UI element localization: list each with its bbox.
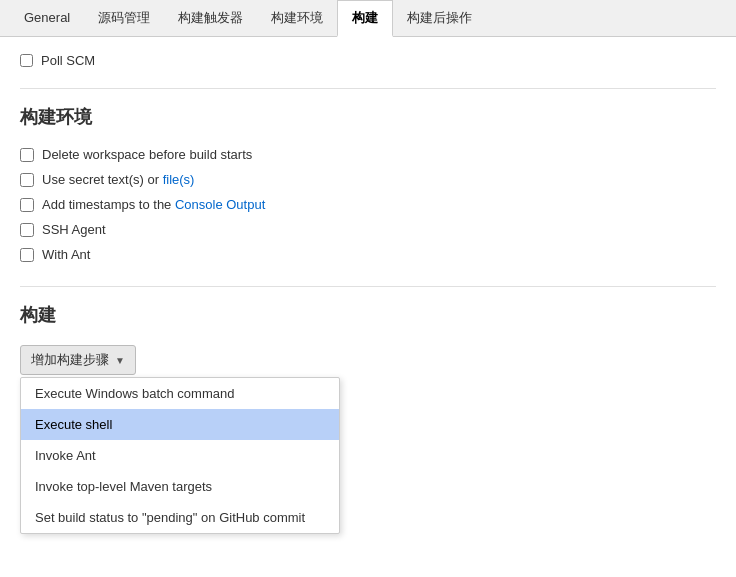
add-build-step-label: 增加构建步骤 bbox=[31, 351, 109, 369]
tabs-bar: General 源码管理 构建触发器 构建环境 构建 构建后操作 bbox=[0, 0, 736, 37]
page-content: Poll SCM 构建环境 Delete workspace before bu… bbox=[0, 37, 736, 577]
add-build-step-container: 增加构建步骤 ▼ Execute Windows batch command E… bbox=[20, 345, 136, 375]
chevron-down-icon: ▼ bbox=[115, 355, 125, 366]
timestamps-row: Add timestamps to the Console Output bbox=[20, 197, 716, 212]
ssh-agent-row: SSH Agent bbox=[20, 222, 716, 237]
add-build-step-button[interactable]: 增加构建步骤 ▼ bbox=[20, 345, 136, 375]
timestamps-label: Add timestamps to the Console Output bbox=[42, 197, 265, 212]
secret-text-row: Use secret text(s) or file(s) bbox=[20, 172, 716, 187]
poll-scm-row: Poll SCM bbox=[20, 53, 716, 68]
delete-workspace-label: Delete workspace before build starts bbox=[42, 147, 252, 162]
build-title: 构建 bbox=[20, 303, 716, 331]
delete-workspace-row: Delete workspace before build starts bbox=[20, 147, 716, 162]
tab-post-build[interactable]: 构建后操作 bbox=[393, 1, 486, 37]
build-env-title: 构建环境 bbox=[20, 105, 716, 133]
with-ant-label: With Ant bbox=[42, 247, 90, 262]
poll-scm-checkbox[interactable] bbox=[20, 54, 33, 67]
console-output-link[interactable]: Console Output bbox=[175, 197, 265, 212]
file-link[interactable]: file(s) bbox=[163, 172, 195, 187]
delete-workspace-checkbox[interactable] bbox=[20, 148, 34, 162]
tab-build[interactable]: 构建 bbox=[337, 0, 393, 37]
section-build-env: 构建环境 Delete workspace before build start… bbox=[20, 88, 716, 262]
dropdown-item-invoke-ant[interactable]: Invoke Ant bbox=[21, 440, 339, 471]
tab-scm[interactable]: 源码管理 bbox=[84, 1, 164, 37]
dropdown-item-maven-targets[interactable]: Invoke top-level Maven targets bbox=[21, 471, 339, 502]
tab-general[interactable]: General bbox=[10, 2, 84, 35]
ssh-agent-checkbox[interactable] bbox=[20, 223, 34, 237]
timestamps-checkbox[interactable] bbox=[20, 198, 34, 212]
secret-text-checkbox[interactable] bbox=[20, 173, 34, 187]
poll-scm-label: Poll SCM bbox=[41, 53, 95, 68]
ssh-agent-label: SSH Agent bbox=[42, 222, 106, 237]
dropdown-item-windows-batch[interactable]: Execute Windows batch command bbox=[21, 378, 339, 409]
with-ant-row: With Ant bbox=[20, 247, 716, 262]
dropdown-item-github-pending[interactable]: Set build status to "pending" on GitHub … bbox=[21, 502, 339, 533]
with-ant-checkbox[interactable] bbox=[20, 248, 34, 262]
tab-build-env[interactable]: 构建环境 bbox=[257, 1, 337, 37]
section-build: 构建 增加构建步骤 ▼ Execute Windows batch comman… bbox=[20, 286, 716, 375]
tab-triggers[interactable]: 构建触发器 bbox=[164, 1, 257, 37]
secret-text-label: Use secret text(s) or file(s) bbox=[42, 172, 194, 187]
build-step-dropdown-menu: Execute Windows batch command Execute sh… bbox=[20, 377, 340, 534]
dropdown-item-execute-shell[interactable]: Execute shell bbox=[21, 409, 339, 440]
